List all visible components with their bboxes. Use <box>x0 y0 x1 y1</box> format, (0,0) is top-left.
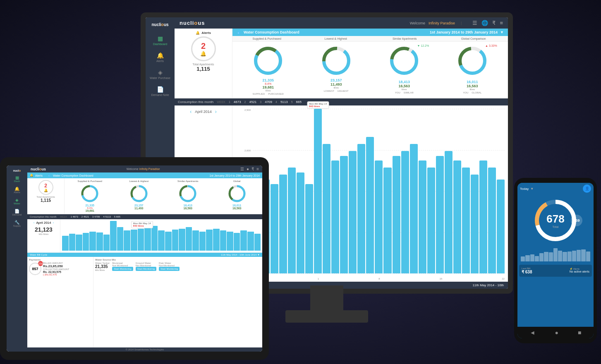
brand-dot: o <box>194 20 198 26</box>
dropdown-icon[interactable]: ▼ <box>500 30 504 34</box>
global-bot: 16,563 <box>467 84 478 88</box>
donut-similar <box>388 44 421 77</box>
bell-icon: 🔔 <box>196 31 200 35</box>
tablet-topbar: nuclious Welcome Infinity Paradise ☰ ● ₹… <box>27 165 262 172</box>
tablet-menu-icon[interactable]: ≡ <box>256 167 259 171</box>
week-5-num: 5 <box>291 101 293 103</box>
tablet-sidebar-alerts[interactable]: 🔔 Alerts <box>7 184 27 196</box>
chart-area: Mon 8th May 14843 litres <box>253 109 505 273</box>
tablet-brand: nuclo <box>12 168 22 173</box>
week-3-num: 3 <box>260 101 261 103</box>
phone-alerts-label: ⚡ Alerts <box>570 267 589 270</box>
tablet-collected: Rs. 22,93,575 <box>43 271 69 273</box>
tablet-bottom-section: Payments 857 258 BILLED AMOUNT Rs.23,85,… <box>27 257 262 347</box>
phone-big-number: 678 <box>546 213 564 225</box>
tablet-dash-icon: ▦ <box>15 175 19 180</box>
phone-last-bill: Last Bill ₹ 638 <box>522 267 532 274</box>
tablet-supply-icon: 🔧 <box>14 220 19 225</box>
sidebar-item-dashboard[interactable]: ▦ Dashboard <box>146 32 175 49</box>
phone-recent-btn[interactable]: ■ <box>578 329 581 336</box>
tablet-chart-1: Supplied & Purchased 21,335 8.4% 19,681 <box>66 180 114 212</box>
sidebar-item-water-purchase[interactable]: ◈ Water Purchase <box>146 66 175 83</box>
chart-lowest: 23,157 11,493 litres LOWEST HIGHEST <box>302 44 371 95</box>
section-similar: Similar Apartments <box>370 36 439 41</box>
prev-month-btn[interactable]: ‹ <box>190 109 192 115</box>
chart-lowest-nums: 23,157 11,493 litres LOWEST HIGHEST <box>324 78 349 92</box>
tablet-sidebar-dashboard[interactable]: ▦ Dash <box>7 173 27 184</box>
dashboard-title: Water Consumption Dashboard <box>244 30 299 34</box>
tablet-sidebar-demand[interactable]: 📄 Demand <box>7 207 27 218</box>
sidebar-label-water: Water Purchase <box>150 77 170 79</box>
charts-row: 21,335 8.4% 19,681 litres SUPPLIED PURCH… <box>232 42 508 98</box>
tablet-sidebar-supply[interactable]: 🔧 Supply <box>7 218 27 229</box>
phone-topbar: Today ▼ 👤 <box>517 183 594 194</box>
sidebar-item-demand-note[interactable]: 📄 Demand Note <box>146 83 175 100</box>
current-month: April 2014 <box>195 110 212 114</box>
chart-supplied-nums: 21,335 8.4% 19,681 litres SUPPLIED PURCH… <box>253 78 284 95</box>
bars-container: Mon 8th May 14843 litres <box>253 109 505 273</box>
chart-supplied: 21,335 8.4% 19,681 litres SUPPLIED PURCH… <box>234 44 302 95</box>
tablet-water-mix: Water Source Mix Water Tanker 21,335 kil… <box>93 257 262 347</box>
tablet-prev-month[interactable]: ‹ <box>34 221 35 225</box>
tablet-circle-icon[interactable]: ● <box>247 167 249 171</box>
phone-screen: Today ▼ 👤 <box>517 183 594 338</box>
tablet: nuclo ▦ Dash 🔔 Alerts ◈ Water <box>0 157 269 364</box>
phone-today-label: Today <box>520 187 529 191</box>
tablet-payment-row: 857 258 BILLED AMOUNT Rs.23,85,050 COLLE… <box>29 262 91 276</box>
week-5-val: 665 <box>296 100 302 104</box>
label-you-similar1: YOU <box>395 91 400 94</box>
list-icon[interactable]: ☰ <box>472 20 477 26</box>
phone-avatar: 👤 <box>583 184 591 193</box>
label-you-global1: YOU <box>463 91 468 94</box>
sidebar-item-alerts[interactable]: 🔔 Alerts <box>146 49 175 66</box>
tablet-start-monitoring-2[interactable]: Start Monitoring <box>136 267 156 271</box>
phone-back-btn[interactable]: ◄ <box>530 329 536 336</box>
alerts-icon: 🔔 <box>157 52 164 59</box>
tablet-sidebar-water[interactable]: ◈ Water <box>7 196 27 207</box>
rupee-icon[interactable]: ₹ <box>492 20 496 26</box>
next-month-btn[interactable]: › <box>215 109 217 115</box>
label-you-global2: GLOBAL <box>472 91 481 94</box>
tablet-big-num: 21,123 <box>35 226 53 233</box>
water-source-date: 11th May 2014 - 10th <box>472 283 504 287</box>
supplied-top: 21,335 <box>262 78 274 82</box>
x-axis: DAY 1 8 15 22 <box>253 278 505 280</box>
label-lowest: LOWEST <box>324 90 334 92</box>
tablet-next-month[interactable]: › <box>53 221 54 225</box>
y-label-2500: 2,500 <box>244 109 251 111</box>
tablet-bell-icon: 🔔 <box>44 189 48 192</box>
tablet-water-tanker: Water Tanker 21,335 kilo litres <box>95 262 110 271</box>
phone-dropdown[interactable]: ▼ <box>530 187 534 191</box>
tablet-alerts-panel: 2 🔔 Total Apartments 1,115 <box>27 178 65 214</box>
phone-home-btn[interactable]: ● <box>555 329 558 336</box>
tablet-sidebar: nuclo ▦ Dash 🔔 Alerts ◈ Water <box>7 165 27 352</box>
phone-mini-chart <box>517 247 594 263</box>
tablet-rupee-icon[interactable]: ₹ <box>251 167 254 171</box>
alert-bell-icon: 🔔 <box>200 51 206 57</box>
chart-global-nums: 16,011 16,563 litres YOU GLOBAL <box>463 80 481 94</box>
total-apartments-label: Total Apartments <box>192 63 214 66</box>
tablet-month-row: ‹ April 2014 › 21,123 kilo litres <box>27 219 262 253</box>
tablet-list-icon[interactable]: ☰ <box>240 167 244 171</box>
tablet-month-nav: ‹ April 2014 › 21,123 kilo litres <box>27 219 60 252</box>
tablet-start-monitoring-1[interactable]: Start Monitoring <box>112 267 133 271</box>
tablet-chart-4: Global 16,011 16,563 <box>213 180 261 212</box>
week-1-num: 1 <box>229 101 230 103</box>
globe-icon[interactable]: 🌐 <box>481 20 488 26</box>
tablet-footer: © 2014 SmartHomes Technologies <box>27 347 262 352</box>
tablet-start-monitoring-3[interactable]: Start Monitoring <box>159 267 180 271</box>
tablet-welcome: Welcome Infinity Paradise <box>127 168 160 170</box>
tablet-tooltip: Mon 8th May 14 843 litres <box>131 221 153 228</box>
tablet-water-icon: ◈ <box>15 198 19 202</box>
sidebar-label-alerts: Alerts <box>156 60 164 62</box>
week-3-val: 4709 <box>265 100 272 104</box>
y-label-2000: 2,000 <box>244 149 251 152</box>
tablet-main: nuclious Welcome Infinity Paradise ☰ ● ₹… <box>27 165 262 352</box>
section-global: Global Comparison <box>439 36 508 41</box>
tablet-screen: nuclo ▦ Dash 🔔 Alerts ◈ Water <box>7 165 262 352</box>
menu-icon[interactable]: ≡ <box>500 20 503 26</box>
dashboard-title-area: 💧 Water Consumption Dashboard <box>237 30 299 34</box>
x-label-15: 15 <box>440 278 443 280</box>
tablet-bars <box>62 221 261 251</box>
tablet-billed-amount: Rs.23,85,050 <box>43 264 69 268</box>
